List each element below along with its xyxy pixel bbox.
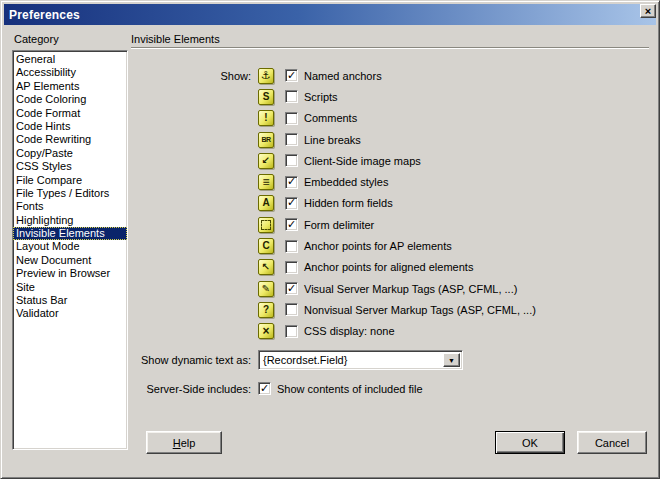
element-checkbox-label: Named anchors <box>304 70 653 82</box>
server-side-includes-checkbox[interactable]: ✓ <box>258 382 271 395</box>
element-checkbox[interactable] <box>285 90 298 103</box>
invisible-element-row: BR Line breaks <box>131 129 653 150</box>
element-checkbox-label: Nonvisual Server Markup Tags (ASP, CFML,… <box>304 304 653 316</box>
invisible-element-row: ? Nonvisual Server Markup Tags (ASP, CFM… <box>131 299 653 320</box>
dynamic-text-dropdown[interactable]: {Recordset.Field} ▼ <box>258 350 463 370</box>
category-list-item[interactable]: CSS Styles <box>13 160 127 173</box>
category-list: GeneralAccessibilityAP ElementsCode Colo… <box>12 50 128 450</box>
category-list-item[interactable]: Accessibility <box>13 66 127 79</box>
category-list-item[interactable]: Layout Mode <box>13 240 127 253</box>
element-checkbox[interactable] <box>285 154 298 167</box>
category-list-item[interactable]: Site <box>13 281 127 294</box>
named-anchor-icon: ⚓ <box>258 68 274 84</box>
element-checkbox[interactable] <box>285 261 298 274</box>
category-list-item[interactable]: Fonts <box>13 200 127 213</box>
invisible-element-row: S Scripts <box>131 86 653 107</box>
element-checkbox[interactable] <box>285 112 298 125</box>
server-side-label: Server-Side includes: <box>131 383 258 395</box>
element-checkbox[interactable]: ✓ <box>285 176 298 189</box>
window-title: Preferences <box>9 8 80 22</box>
invisible-element-row: C Anchor points for AP elements <box>131 235 653 256</box>
category-list-item[interactable]: Copy/Paste <box>13 147 127 160</box>
invisible-element-row: × CSS display: none <box>131 321 653 342</box>
element-checkbox[interactable] <box>285 240 298 253</box>
element-checkbox[interactable]: ✓ <box>285 197 298 210</box>
page-title: Invisible Elements <box>131 33 220 45</box>
element-checkbox-label: Anchor points for AP elements <box>304 240 653 252</box>
category-list-item[interactable]: Status Bar <box>13 294 127 307</box>
form-delimiter-icon <box>258 217 274 233</box>
element-checkbox-label: Line breaks <box>304 134 653 146</box>
category-list-item[interactable]: Validator <box>13 307 127 320</box>
element-checkbox-label: Comments <box>304 112 653 124</box>
title-bar[interactable]: Preferences <box>4 4 656 25</box>
ok-button[interactable]: OK <box>495 431 565 454</box>
category-list-item[interactable]: Invisible Elements <box>13 227 127 240</box>
category-list-item[interactable]: Code Format <box>13 107 127 120</box>
element-checkbox-label: Visual Server Markup Tags (ASP, CFML, ..… <box>304 283 653 295</box>
aligned-element-anchor-icon: ↖ <box>258 259 274 275</box>
element-checkbox-label: Anchor points for aligned elements <box>304 261 653 273</box>
divider <box>131 47 649 49</box>
invisible-element-row: ↖ Anchor points for aligned elements <box>131 257 653 278</box>
help-button[interactable]: Help <box>146 431 222 454</box>
invisible-element-row: ! Comments <box>131 108 653 129</box>
server-side-includes-row: Server-Side includes: ✓ Show contents of… <box>131 380 653 397</box>
element-checkbox-label: Embedded styles <box>304 176 653 188</box>
invisible-element-row: A ✓ Hidden form fields <box>131 193 653 214</box>
ap-element-anchor-icon: C <box>258 238 274 254</box>
element-checkbox[interactable]: ✓ <box>285 282 298 295</box>
visual-server-markup-icon: ✎ <box>258 281 274 297</box>
category-list-item[interactable]: Code Coloring <box>13 93 127 106</box>
invisible-element-row: ↙ Client-Side image maps <box>131 150 653 171</box>
comment-icon: ! <box>258 110 274 126</box>
element-checkbox[interactable]: ✓ <box>285 69 298 82</box>
category-list-item[interactable]: Code Hints <box>13 120 127 133</box>
element-checkbox[interactable] <box>285 303 298 316</box>
element-checkbox[interactable] <box>285 133 298 146</box>
category-list-item[interactable]: File Compare <box>13 174 127 187</box>
preferences-dialog: Preferences × Category GeneralAccessibil… <box>0 0 660 479</box>
element-checkbox-label: Scripts <box>304 91 653 103</box>
category-list-item[interactable]: Code Rewriting <box>13 133 127 146</box>
category-label: Category <box>14 33 59 45</box>
nonvisual-server-markup-icon: ? <box>258 302 274 318</box>
element-checkbox-label: Form delimiter <box>304 219 653 231</box>
category-list-item[interactable]: Highlighting <box>13 214 127 227</box>
category-list-item[interactable]: General <box>13 53 127 66</box>
invisible-element-row: ≡ ✓ Embedded styles <box>131 171 653 192</box>
close-icon[interactable]: × <box>640 4 656 18</box>
cancel-button[interactable]: Cancel <box>577 431 647 454</box>
image-map-icon: ↙ <box>258 153 274 169</box>
server-side-checkbox-label: Show contents of included file <box>277 383 653 395</box>
chevron-down-icon[interactable]: ▼ <box>443 353 460 367</box>
element-checkbox-label: Client-Side image maps <box>304 155 653 167</box>
category-list-item[interactable]: File Types / Editors <box>13 187 127 200</box>
invisible-element-row: ✎ ✓ Visual Server Markup Tags (ASP, CFML… <box>131 278 653 299</box>
dynamic-text-row: Show dynamic text as: {Recordset.Field} … <box>131 350 653 370</box>
element-checkbox-label: Hidden form fields <box>304 197 653 209</box>
css-display-none-icon: × <box>258 323 274 339</box>
category-list-item[interactable]: New Document <box>13 254 127 267</box>
invisible-elements-options: Show: ⚓ ✓ Named anchors S Scripts ! Comm… <box>131 65 653 342</box>
invisible-element-row: ✓ Form delimiter <box>131 214 653 235</box>
category-list-item[interactable]: Preview in Browser <box>13 267 127 280</box>
element-checkbox[interactable] <box>285 325 298 338</box>
script-icon: S <box>258 89 274 105</box>
show-label: Show: <box>131 70 258 82</box>
element-checkbox-label: CSS display: none <box>304 325 653 337</box>
category-list-item[interactable]: AP Elements <box>13 80 127 93</box>
dynamic-text-label: Show dynamic text as: <box>131 354 258 366</box>
dynamic-text-value: {Recordset.Field} <box>263 354 347 366</box>
line-break-icon: BR <box>258 132 274 148</box>
element-checkbox[interactable]: ✓ <box>285 218 298 231</box>
invisible-element-row: Show: ⚓ ✓ Named anchors <box>131 65 653 86</box>
hidden-form-field-icon: A <box>258 195 274 211</box>
embedded-style-icon: ≡ <box>258 174 274 190</box>
